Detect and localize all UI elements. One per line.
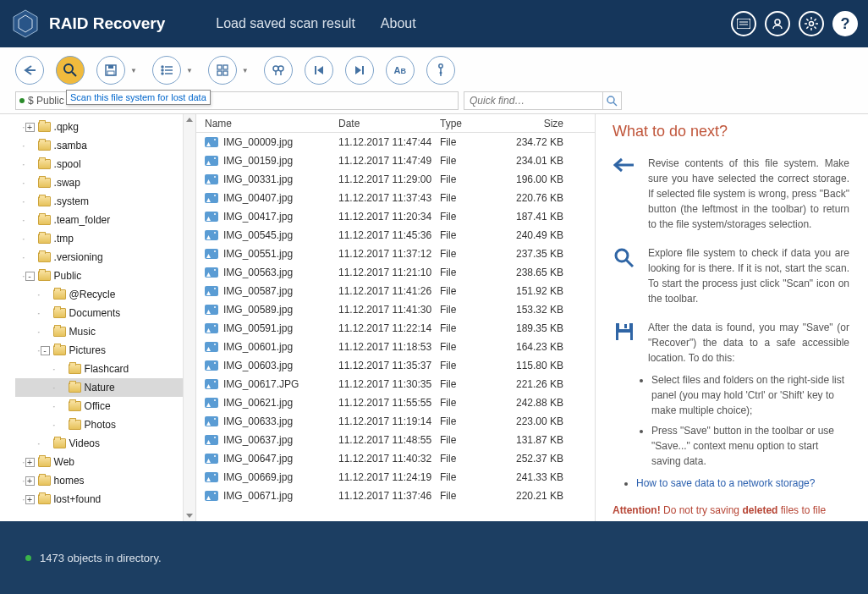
view-grid-button[interactable] [208, 56, 237, 85]
view-list-group: ▼ [152, 56, 196, 85]
tree-item-flashcard[interactable]: ··+Flashcard [15, 360, 195, 378]
tree-item--team-folder[interactable]: ··+.team_folder [15, 211, 195, 229]
file-size: 234.01 KB [492, 155, 575, 167]
file-row[interactable]: IMG_00671.jpg11.12.2017 11:37:46File220.… [196, 487, 595, 505]
tree-item--samba[interactable]: ··+.samba [15, 136, 195, 155]
file-row[interactable]: IMG_00603.jpg11.12.2017 11:35:37File115.… [196, 356, 595, 375]
file-row[interactable]: IMG_00647.jpg11.12.2017 11:40:32File252.… [196, 449, 595, 468]
license-icon[interactable] [731, 11, 756, 36]
tree-item-office[interactable]: ··+Office [15, 397, 195, 415]
status-text: 1473 objects in directory. [40, 552, 162, 564]
view-grid-dropdown[interactable]: ▼ [239, 67, 252, 74]
file-row[interactable]: IMG_00545.jpg11.12.2017 11:45:36File240.… [196, 226, 595, 245]
menu-load-scan[interactable]: Load saved scan result [216, 16, 355, 31]
status-dot-icon [19, 98, 25, 103]
file-row[interactable]: IMG_00591.jpg11.12.2017 11:22:14File189.… [196, 319, 595, 338]
find-button[interactable] [264, 56, 293, 85]
tree-item-web[interactable]: ··+Web [15, 453, 195, 471]
tree-item-label: .system [54, 195, 89, 207]
file-size: 237.35 KB [492, 248, 575, 260]
file-row[interactable]: IMG_00331.jpg11.12.2017 11:29:00File196.… [196, 170, 595, 189]
view-list-dropdown[interactable]: ▼ [183, 67, 196, 74]
tree-item--system[interactable]: ··+.system [15, 192, 195, 211]
file-row[interactable]: IMG_00601.jpg11.12.2017 11:18:53File164.… [196, 338, 595, 356]
user-icon[interactable] [765, 11, 790, 36]
tree-item-photos[interactable]: ··+Photos [15, 415, 195, 434]
tree-connector: ·· [52, 365, 54, 374]
col-date-header[interactable]: Date [338, 118, 440, 129]
file-date: 11.12.2017 11:30:35 [338, 378, 440, 390]
file-row[interactable]: IMG_00551.jpg11.12.2017 11:37:12File237.… [196, 245, 595, 263]
expand-icon[interactable]: + [25, 123, 35, 132]
tree-item-lost-found[interactable]: ··+lost+found [15, 490, 195, 509]
svg-rect-27 [217, 65, 222, 69]
file-size: 115.80 KB [492, 360, 575, 371]
file-row[interactable]: IMG_00563.jpg11.12.2017 11:21:10File238.… [196, 263, 595, 282]
file-name: IMG_00591.jpg [223, 322, 293, 334]
tree-item--versioning[interactable]: ··+.versioning [15, 248, 195, 267]
attention-text: Attention! Do not try saving deleted fil… [613, 503, 849, 521]
folder-tree[interactable]: ··+.qpkg··+.samba··+.spool··+.swap··+.sy… [15, 114, 196, 521]
tree-item--recycle[interactable]: ··+@Recycle [15, 285, 195, 304]
next-button[interactable] [345, 56, 374, 85]
grid-body[interactable]: IMG_00009.jpg11.12.2017 11:47:44File234.… [196, 133, 595, 521]
tree-item-public[interactable]: ··-Public [15, 267, 195, 285]
folder-icon [53, 438, 66, 448]
file-date: 11.12.2017 11:35:37 [338, 360, 440, 371]
expand-icon[interactable]: + [25, 458, 35, 467]
col-name-header[interactable]: Name [196, 118, 338, 129]
file-row[interactable]: IMG_00633.jpg11.12.2017 11:19:14File223.… [196, 412, 595, 431]
filter-button[interactable] [426, 56, 455, 85]
file-size: 238.65 KB [492, 267, 575, 278]
menu-about[interactable]: About [381, 16, 416, 31]
network-save-link[interactable]: How to save data to a network storage? [636, 477, 815, 489]
collapse-icon[interactable]: - [25, 272, 35, 281]
save-button[interactable] [96, 56, 125, 85]
prev-button[interactable] [305, 56, 333, 85]
collapse-icon[interactable]: - [41, 346, 50, 355]
expand-icon[interactable]: + [25, 476, 35, 486]
tree-item-videos[interactable]: ··+Videos [15, 434, 195, 453]
tree-item-nature[interactable]: ··+Nature [15, 378, 195, 397]
case-button[interactable]: AB [386, 56, 415, 85]
expand-icon[interactable]: + [25, 495, 35, 504]
col-size-header[interactable]: Size [492, 118, 575, 129]
advice-back-text: Revise contents of this file system. Mak… [648, 156, 849, 232]
tree-item-documents[interactable]: ··+Documents [15, 304, 195, 322]
file-row[interactable]: IMG_00587.jpg11.12.2017 11:41:26File151.… [196, 282, 595, 300]
settings-icon[interactable] [799, 11, 824, 36]
view-list-button[interactable] [152, 56, 181, 85]
back-arrow-icon [613, 156, 636, 232]
help-icon[interactable]: ? [832, 11, 858, 36]
save-dropdown[interactable]: ▼ [127, 67, 140, 74]
tree-item--swap[interactable]: ··+.swap [15, 173, 195, 192]
col-type-header[interactable]: Type [440, 118, 492, 129]
file-row[interactable]: IMG_00159.jpg11.12.2017 11:47:49File234.… [196, 151, 595, 170]
file-row[interactable]: IMG_00589.jpg11.12.2017 11:41:30File153.… [196, 300, 595, 319]
file-type: File [440, 397, 492, 409]
file-row[interactable]: IMG_00417.jpg11.12.2017 11:20:34File187.… [196, 207, 595, 226]
file-row[interactable]: IMG_00669.jpg11.12.2017 11:24:19File241.… [196, 468, 595, 487]
tree-item--qpkg[interactable]: ··+.qpkg [15, 118, 195, 136]
tree-item-music[interactable]: ··+Music [15, 322, 195, 341]
file-row[interactable]: IMG_00637.jpg11.12.2017 11:48:55File131.… [196, 431, 595, 449]
grid-header: Name Date Type Size [196, 114, 595, 133]
svg-point-40 [607, 96, 614, 103]
file-date: 11.12.2017 11:19:14 [338, 415, 440, 427]
file-row[interactable]: IMG_00009.jpg11.12.2017 11:47:44File234.… [196, 133, 595, 151]
quick-find-input[interactable] [464, 92, 602, 109]
tree-item-label: Office [85, 400, 111, 412]
scan-button[interactable] [56, 56, 85, 85]
tree-item-label: .qpkg [54, 121, 79, 133]
file-row[interactable]: IMG_00407.jpg11.12.2017 11:37:43File220.… [196, 189, 595, 207]
tree-item--spool[interactable]: ··+.spool [15, 155, 195, 173]
tree-item-pictures[interactable]: ··-Pictures [15, 341, 195, 360]
tree-item--tmp[interactable]: ··+.tmp [15, 229, 195, 248]
tree-item-homes[interactable]: ··+homes [15, 471, 195, 490]
tree-scrollbar[interactable] [183, 114, 195, 521]
tree-connector: ·· [37, 346, 39, 355]
quick-find-search-icon[interactable] [602, 92, 621, 109]
back-button[interactable] [15, 56, 44, 85]
file-row[interactable]: IMG_00621.jpg11.12.2017 11:55:55File242.… [196, 393, 595, 412]
file-row[interactable]: IMG_00617.JPG11.12.2017 11:30:35File221.… [196, 375, 595, 393]
